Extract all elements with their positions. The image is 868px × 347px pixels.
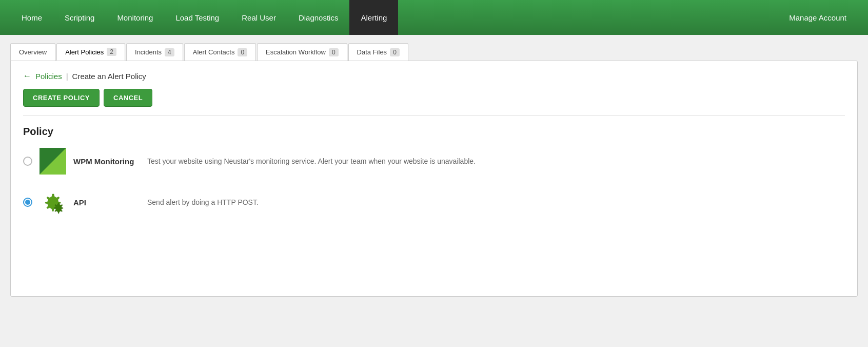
- nav-scripting[interactable]: Scripting: [53, 0, 106, 35]
- nav-home[interactable]: Home: [10, 0, 53, 35]
- create-policy-button[interactable]: CREATE POLICY: [23, 89, 100, 107]
- radio-wpm[interactable]: [23, 157, 32, 166]
- nav-load-testing[interactable]: Load Testing: [164, 0, 230, 35]
- tab-alert-contacts[interactable]: Alert Contacts 0: [184, 43, 256, 61]
- nav-diagnostics[interactable]: Diagnostics: [287, 0, 350, 35]
- action-buttons: CREATE POLICY CANCEL: [23, 89, 845, 107]
- top-nav: Home Scripting Monitoring Load Testing R…: [0, 0, 868, 35]
- tab-escalation-workflow-badge: 0: [329, 48, 339, 56]
- nav-real-user[interactable]: Real User: [230, 0, 287, 35]
- tab-alert-policies[interactable]: Alert Policies 2: [56, 43, 125, 61]
- policy-api-label: API: [73, 198, 140, 207]
- radio-api[interactable]: [23, 198, 32, 207]
- tab-escalation-workflow[interactable]: Escalation Workflow 0: [257, 43, 347, 61]
- nav-monitoring[interactable]: Monitoring: [106, 0, 164, 35]
- tab-data-files-badge: 0: [390, 48, 400, 56]
- cancel-button[interactable]: CANCEL: [104, 89, 152, 107]
- policy-wpm-label: WPM Monitoring: [73, 157, 140, 166]
- tab-incidents-badge: 4: [165, 48, 174, 56]
- policy-option-api: API Send alert by doing a HTTP POST.: [23, 189, 845, 216]
- breadcrumb-separator: |: [66, 72, 68, 81]
- breadcrumb-current: Create an Alert Policy: [72, 72, 146, 81]
- nav-manage-account[interactable]: Manage Account: [778, 0, 858, 35]
- policy-wpm-description: Test your website using Neustar's monito…: [147, 157, 476, 165]
- tab-overview[interactable]: Overview: [10, 43, 55, 61]
- content-area: Overview Alert Policies 2 Incidents 4 Al…: [0, 35, 868, 305]
- back-arrow-icon[interactable]: ←: [23, 71, 31, 81]
- tab-incidents[interactable]: Incidents 4: [126, 43, 183, 61]
- policy-api-description: Send alert by doing a HTTP POST.: [147, 198, 259, 206]
- breadcrumb-policies-link[interactable]: Policies: [35, 72, 62, 81]
- section-title: Policy: [23, 126, 845, 138]
- api-icon: [40, 189, 66, 216]
- main-panel: ← Policies | Create an Alert Policy CREA…: [10, 61, 858, 297]
- tab-bar: Overview Alert Policies 2 Incidents 4 Al…: [10, 43, 858, 61]
- nav-alerting[interactable]: Alerting: [349, 0, 398, 35]
- divider: [23, 115, 845, 115]
- tab-data-files[interactable]: Data Files 0: [348, 43, 408, 61]
- wpm-icon: [40, 148, 66, 175]
- policy-option-wpm: WPM Monitoring Test your website using N…: [23, 148, 845, 175]
- tab-alert-policies-badge: 2: [107, 48, 116, 56]
- breadcrumb: ← Policies | Create an Alert Policy: [23, 71, 845, 81]
- tab-alert-contacts-badge: 0: [238, 48, 247, 56]
